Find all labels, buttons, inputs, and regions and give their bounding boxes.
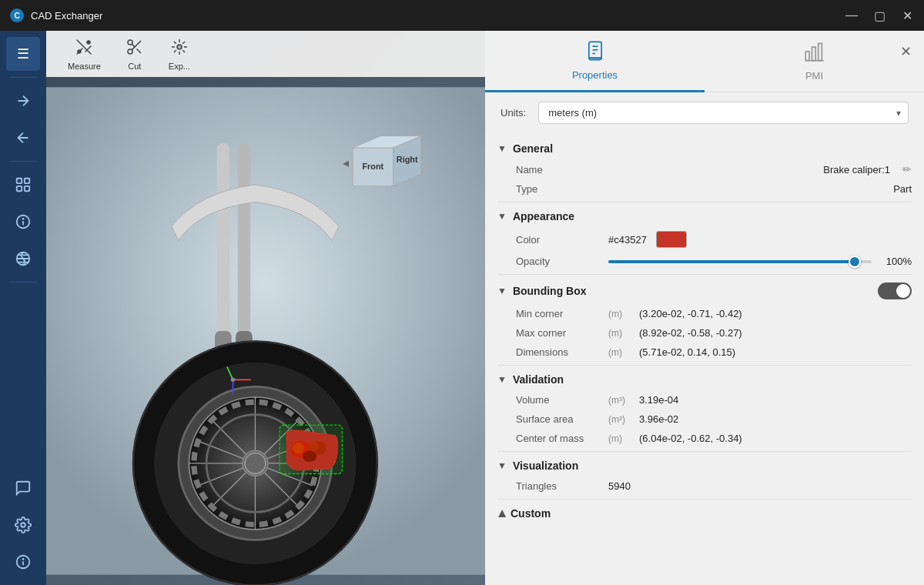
prop-min-corner-value: (3.20e-02, -0.71, -0.42) bbox=[639, 308, 742, 319]
tab-pmi[interactable]: PMI bbox=[705, 31, 924, 92]
divider-2 bbox=[497, 274, 912, 275]
svg-rect-5 bbox=[25, 186, 29, 191]
visualization-chevron-icon: ▼ bbox=[497, 460, 507, 471]
svg-text:C: C bbox=[14, 12, 19, 20]
name-edit-icon[interactable]: ✏ bbox=[902, 163, 912, 176]
sidebar-item-export[interactable] bbox=[6, 121, 40, 155]
section-bounding-box-header[interactable]: ▼ Bounding Box bbox=[497, 276, 912, 304]
svg-text:Right: Right bbox=[397, 155, 418, 164]
tab-properties[interactable]: Properties bbox=[485, 31, 705, 92]
units-select[interactable]: meters (m) millimeters (mm) inches (in) … bbox=[538, 102, 909, 124]
svg-point-60 bbox=[293, 443, 303, 453]
validation-chevron-icon: ▼ bbox=[497, 374, 507, 385]
prop-volume-unit: (m³) bbox=[608, 395, 639, 406]
opacity-slider-wrapper: 100% bbox=[608, 256, 912, 267]
prop-volume-value: 3.19e-04 bbox=[639, 394, 678, 406]
svg-rect-2 bbox=[17, 179, 22, 183]
svg-rect-71 bbox=[588, 42, 601, 59]
svg-point-21 bbox=[177, 45, 182, 49]
section-custom: ▶ Custom bbox=[497, 501, 912, 524]
sidebar-item-globe[interactable] bbox=[6, 242, 40, 276]
divider-4 bbox=[497, 451, 912, 452]
maximize-button[interactable]: ▢ bbox=[872, 8, 887, 23]
color-row: Color #c43527 bbox=[497, 227, 912, 252]
svg-point-10 bbox=[21, 523, 25, 527]
sidebar-item-menu[interactable]: ☰ bbox=[6, 37, 40, 71]
section-custom-header[interactable]: ▶ Custom bbox=[497, 501, 912, 524]
color-swatch[interactable] bbox=[656, 231, 687, 248]
minimize-button[interactable]: — bbox=[844, 8, 859, 23]
color-label: Color bbox=[516, 234, 608, 246]
units-row: Units: meters (m) millimeters (mm) inche… bbox=[497, 102, 912, 124]
opacity-thumb[interactable] bbox=[849, 256, 861, 268]
prop-triangles-value: 5940 bbox=[608, 480, 631, 492]
viewport[interactable]: Measure Cut bbox=[46, 31, 485, 585]
divider-1 bbox=[497, 202, 912, 202]
prop-center-of-mass-value: (6.04e-02, -0.62, -0.34) bbox=[639, 433, 742, 444]
section-general-header[interactable]: ▼ General bbox=[497, 136, 912, 159]
close-button[interactable]: ✕ bbox=[899, 8, 915, 23]
toggle-knob bbox=[896, 284, 910, 298]
section-general: ▼ General Name Brake caliper:1 ✏ Type Pa… bbox=[497, 136, 912, 199]
opacity-slider[interactable] bbox=[608, 260, 872, 263]
divider-3 bbox=[497, 365, 912, 366]
svg-line-26 bbox=[174, 41, 176, 43]
toolbar: Measure Cut bbox=[46, 31, 485, 77]
section-visualization-header[interactable]: ▼ Visualization bbox=[497, 453, 912, 476]
svg-rect-78 bbox=[818, 44, 822, 61]
prop-surface-area-row: Surface area (m²) 3.96e-02 bbox=[497, 410, 912, 429]
custom-chevron-icon: ▶ bbox=[496, 510, 507, 517]
cut-icon bbox=[126, 38, 144, 60]
toolbar-measure[interactable]: Measure bbox=[59, 35, 110, 74]
prop-dimensions-value: (5.71e-02, 0.14, 0.15) bbox=[639, 346, 735, 358]
prop-triangles-row: Triangles 5940 bbox=[497, 476, 912, 496]
prop-volume-label: Volume bbox=[516, 394, 608, 406]
sidebar-item-structure[interactable] bbox=[6, 168, 40, 202]
prop-max-corner-unit: (m) bbox=[608, 328, 639, 339]
section-appearance-header[interactable]: ▼ Appearance bbox=[497, 204, 912, 227]
section-validation-header[interactable]: ▼ Validation bbox=[497, 367, 912, 390]
section-validation-label: Validation bbox=[513, 373, 564, 386]
prop-surface-area-value: 3.96e-02 bbox=[639, 413, 678, 425]
svg-point-15 bbox=[87, 41, 90, 44]
sidebar-item-import[interactable] bbox=[6, 84, 40, 118]
section-general-label: General bbox=[513, 142, 553, 155]
sidebar-item-settings[interactable] bbox=[6, 508, 40, 542]
prop-dimensions-row: Dimensions (m) (5.71e-02, 0.14, 0.15) bbox=[497, 343, 912, 362]
prop-min-corner-unit: (m) bbox=[608, 309, 639, 319]
color-hex-value: #c43527 bbox=[608, 234, 647, 246]
properties-tab-icon bbox=[584, 40, 606, 66]
svg-point-14 bbox=[78, 50, 81, 53]
svg-point-61 bbox=[309, 442, 319, 452]
panel-close-button[interactable]: ✕ bbox=[897, 40, 915, 63]
svg-line-28 bbox=[182, 41, 185, 43]
prop-name-row: Name Brake caliper:1 ✏ bbox=[497, 159, 912, 179]
prop-surface-area-unit: (m²) bbox=[608, 414, 639, 425]
prop-max-corner-value: (8.92e-02, -0.58, -0.27) bbox=[639, 327, 742, 339]
bounding-box-toggle[interactable] bbox=[878, 282, 912, 299]
section-visualization: ▼ Visualization Triangles 5940 bbox=[497, 453, 912, 496]
content-area: Measure Cut bbox=[46, 31, 924, 585]
sidebar-item-about[interactable] bbox=[6, 545, 40, 579]
svg-point-59 bbox=[303, 451, 316, 462]
bounding-box-toggle-container bbox=[878, 282, 912, 299]
opacity-label: Opacity bbox=[516, 256, 608, 267]
panel-content[interactable]: Units: meters (m) millimeters (mm) inche… bbox=[485, 92, 924, 585]
measure-label: Measure bbox=[68, 62, 101, 71]
prop-center-of-mass-row: Center of mass (m) (6.04e-02, -0.62, -0.… bbox=[497, 429, 912, 448]
prop-type-value: Part bbox=[893, 183, 912, 195]
section-appearance: ▼ Appearance Color #c43527 Opacity bbox=[497, 204, 912, 271]
panel-header: Properties PMI ✕ bbox=[485, 31, 924, 92]
toolbar-explode[interactable]: Exp... bbox=[159, 35, 199, 74]
explode-icon bbox=[170, 38, 189, 60]
sidebar-item-info[interactable] bbox=[6, 205, 40, 239]
tab-pmi-label: PMI bbox=[805, 70, 823, 82]
toolbar-cut[interactable]: Cut bbox=[116, 35, 153, 74]
tab-properties-label: Properties bbox=[572, 69, 618, 81]
app-body: ☰ bbox=[0, 31, 924, 585]
sidebar-item-comment[interactable] bbox=[6, 471, 40, 505]
sidebar: ☰ bbox=[0, 31, 46, 585]
svg-text:◂: ◂ bbox=[343, 155, 349, 169]
prop-max-corner-label: Max corner bbox=[516, 327, 608, 339]
svg-line-29 bbox=[174, 50, 176, 52]
